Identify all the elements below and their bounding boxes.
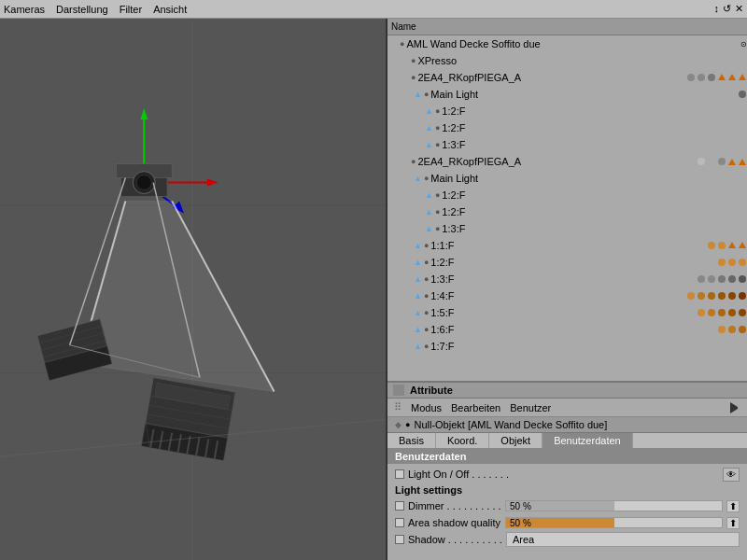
menu-kameras[interactable]: Kameras bbox=[4, 4, 45, 15]
2ea4-a-label: 2EA4_RKopfPIEGA_A bbox=[417, 72, 521, 83]
vis-dot-4: ● bbox=[435, 106, 440, 116]
hierarchy-item-xpresso[interactable]: ◆ ● XPresso bbox=[388, 52, 747, 69]
main-light-1-label: Main Light bbox=[430, 89, 478, 100]
2ea4-b-label: 2EA4_RKopfPIEGA_A bbox=[417, 156, 521, 167]
hierarchy-item-main-light-2[interactable]: ▲ ● Main Light bbox=[388, 170, 747, 187]
hierarchy-item-13f-2[interactable]: ▲ ● 1:3:F bbox=[388, 220, 747, 237]
hierarchy-item-2ea4-a[interactable]: ◆ ● 2EA4_RKopfPIEGA_A bbox=[388, 69, 747, 86]
area-shadow-stepper[interactable]: ⬆ bbox=[726, 517, 740, 529]
vis-dot-14: ● bbox=[424, 274, 429, 284]
11f-label: 1:1:F bbox=[430, 240, 454, 251]
menu-filter[interactable]: Filter bbox=[120, 4, 142, 15]
light-settings-section: Light settings Dimmer . . . . . . . . . … bbox=[388, 483, 747, 548]
dimmer-label: Dimmer . . . . . . . . . . bbox=[408, 500, 501, 511]
vis-dot: ● bbox=[411, 56, 416, 65]
vis-dot-5: ● bbox=[435, 123, 440, 133]
app-container: Kameras Darstellung Filter Ansicht ↕ ↺ ✕… bbox=[0, 0, 747, 560]
light-icon-13: ▲ bbox=[414, 308, 422, 317]
attribute-panel: Attribute ⠿ Modus Bearbeiten Benutzer ◆ … bbox=[388, 383, 747, 560]
vis-dot-9: ● bbox=[435, 190, 440, 200]
light-icon-3: ▲ bbox=[425, 123, 433, 133]
13f-3-icons bbox=[697, 274, 747, 284]
hierarchy-item-13f-1[interactable]: ▲ ● 1:3:F bbox=[388, 136, 747, 153]
benutzer-button[interactable]: Benutzer bbox=[507, 401, 554, 414]
16f-icons bbox=[717, 325, 747, 334]
hierarchy-header: Name bbox=[388, 19, 747, 35]
hierarchy-item-main-light-1[interactable]: ▲ ● Main Light bbox=[388, 86, 747, 103]
shadow-row: Shadow . . . . . . . . . . Area bbox=[388, 531, 747, 548]
hierarchy-item-13f-3[interactable]: ▲ ● 1:3:F bbox=[388, 271, 747, 287]
area-shadow-checkbox[interactable] bbox=[395, 518, 404, 527]
hierarchy-item-12f-1[interactable]: ▲ ● 1:2:F bbox=[388, 103, 747, 119]
null-icon: ◆ bbox=[391, 39, 398, 49]
14f-icons bbox=[686, 291, 747, 301]
light-icon-14: ▲ bbox=[414, 325, 422, 334]
hierarchy-item-14f[interactable]: ▲ ● 1:4:F bbox=[388, 287, 747, 304]
light-on-off-checkbox[interactable] bbox=[395, 469, 404, 479]
vis-dot-12: ● bbox=[424, 241, 429, 250]
scene-svg bbox=[0, 19, 386, 560]
dimmer-value: 50 % bbox=[506, 501, 535, 511]
vis-dot-16: ● bbox=[424, 308, 429, 317]
close-icon[interactable]: ✕ bbox=[735, 3, 743, 15]
12f-4-label: 1:2:F bbox=[442, 206, 465, 217]
hierarchy-item-12f-2[interactable]: ▲ ● 1:2:F bbox=[388, 119, 747, 136]
hierarchy-item-12f-4[interactable]: ▲ ● 1:2:F bbox=[388, 203, 747, 220]
hierarchy-col-name: Name bbox=[391, 21, 743, 32]
tab-basis[interactable]: Basis bbox=[388, 433, 436, 448]
hierarchy-item-16f[interactable]: ▲ ● 1:6:F bbox=[388, 321, 747, 338]
area-shadow-slider[interactable]: 50 % bbox=[505, 517, 723, 528]
dimmer-stepper[interactable]: ⬆ bbox=[726, 500, 740, 512]
eye-icon[interactable]: 👁 bbox=[723, 468, 740, 482]
light-icon-10: ▲ bbox=[414, 258, 422, 267]
dimmer-slider[interactable]: 50 % bbox=[505, 500, 723, 511]
hierarchy-item-12f-5[interactable]: ▲ ● 1:2:F bbox=[388, 254, 747, 271]
viewport[interactable]: Perspektive bbox=[0, 19, 388, 560]
light-icon-1: ▲ bbox=[414, 90, 422, 99]
main-light-2-label: Main Light bbox=[430, 173, 478, 184]
hierarchy-item-12f-3[interactable]: ▲ ● 1:2:F bbox=[388, 187, 747, 203]
attribute-object-label: ◆ ● Null-Objekt [AML Wand Decke Soffito … bbox=[388, 417, 747, 433]
modus-button[interactable]: Modus bbox=[408, 401, 444, 414]
vis-dot-11: ● bbox=[435, 224, 440, 233]
visibility-dot-1: ● bbox=[400, 39, 404, 49]
null-icon-3: ◆ bbox=[402, 157, 409, 166]
tab-benutzerdaten[interactable]: Benutzerdaten bbox=[543, 433, 633, 448]
light-icon-8: ▲ bbox=[425, 224, 433, 233]
swap-icon[interactable]: ↕ bbox=[714, 3, 720, 15]
area-shadow-value: 50 % bbox=[506, 518, 535, 528]
12f-2-label: 1:2:F bbox=[442, 122, 465, 133]
menu-darstellung[interactable]: Darstellung bbox=[56, 4, 108, 15]
vis-dot-15: ● bbox=[424, 291, 429, 301]
hierarchy-item-aml-wand[interactable]: ◆ ● AML Wand Decke Soffito due ⊙ bbox=[388, 35, 747, 52]
xpresso-icon: ◆ bbox=[402, 56, 409, 65]
17f-label: 1:7:F bbox=[430, 341, 454, 352]
tab-objekt[interactable]: Objekt bbox=[489, 433, 543, 448]
hierarchy-item-17f[interactable]: ▲ ● 1:7:F bbox=[388, 338, 747, 355]
light-on-off-row: Light On / Off . . . . . . . 👁 bbox=[388, 466, 747, 483]
viewport-controls: ↕ ↺ ✕ bbox=[714, 3, 744, 15]
bearbeiten-button[interactable]: Bearbeiten bbox=[448, 401, 503, 414]
shadow-value: Area bbox=[506, 532, 740, 547]
handle-icon: ⠿ bbox=[391, 400, 404, 414]
svg-point-16 bbox=[136, 175, 151, 190]
hierarchy-item-11f[interactable]: ▲ ● 1:1:F bbox=[388, 237, 747, 254]
14f-label: 1:4:F bbox=[430, 290, 454, 301]
null-obj-icon: ◆ bbox=[395, 420, 402, 429]
hierarchy-item-2ea4-b[interactable]: ◆ ● 2EA4_RKopfPIEGA_A bbox=[388, 153, 747, 170]
light-icon-11: ▲ bbox=[414, 274, 422, 284]
menu-ansicht[interactable]: Ansicht bbox=[153, 4, 187, 15]
vis-dot-7: ● bbox=[411, 157, 416, 166]
vis-dot-10: ● bbox=[435, 207, 440, 217]
rotate-icon[interactable]: ↺ bbox=[723, 3, 731, 15]
vis-dot-13: ● bbox=[424, 258, 429, 267]
benutzerdaten-section: Benutzerdaten Light On / Off . . . . . .… bbox=[388, 449, 747, 483]
vis-dot-2: ● bbox=[411, 73, 416, 82]
dimmer-checkbox[interactable] bbox=[395, 501, 404, 511]
hierarchy-panel: Name ◆ ● AML Wand Decke Soffito due ⊙ bbox=[388, 19, 747, 383]
hierarchy-item-15f[interactable]: ▲ ● 1:5:F bbox=[388, 304, 747, 321]
menu-bar: Kameras Darstellung Filter Ansicht ↕ ↺ ✕ bbox=[0, 0, 747, 19]
shadow-checkbox[interactable] bbox=[395, 535, 404, 544]
tab-koord[interactable]: Koord. bbox=[436, 433, 489, 448]
attribute-toolbar: ⠿ Modus Bearbeiten Benutzer bbox=[388, 399, 747, 417]
